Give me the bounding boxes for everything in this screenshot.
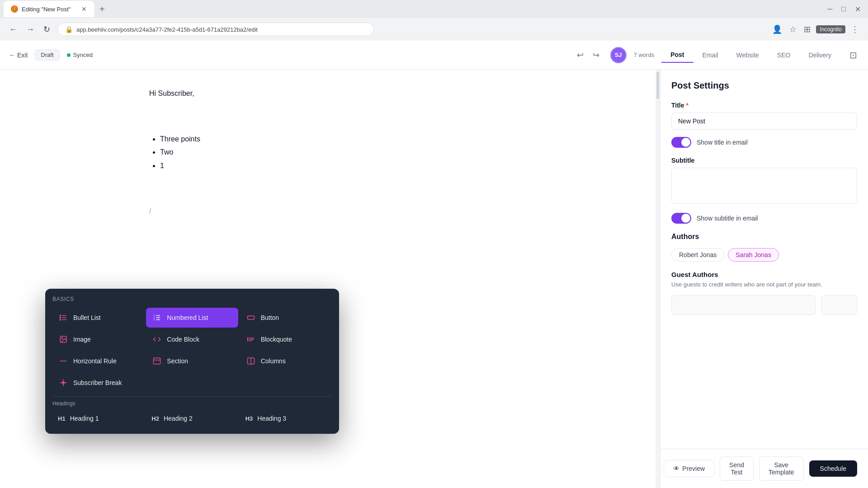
headings-grid: H1 Heading 1 H2 Heading 2 H3 Heading 3 [52,410,332,427]
bullet-list-item[interactable]: Bullet List [52,308,144,328]
exit-button[interactable]: ← Exit [9,52,28,59]
maximize-button[interactable]: □ [838,3,849,15]
redo-button[interactable]: ↪ [589,48,603,62]
code-block-icon [151,334,162,345]
horizontal-rule-item[interactable]: Horizontal Rule [52,351,144,371]
heading-1-item[interactable]: H1 Heading 1 [52,410,144,427]
preview-button[interactable]: 👁 Preview [664,460,714,477]
reload-button[interactable]: ↻ [42,23,52,36]
show-title-label: Show title in email [697,139,748,146]
numbered-list-label: Numbered List [167,314,208,321]
star-icon[interactable]: ☆ [788,23,798,36]
columns-icon [245,356,256,366]
incognito-badge[interactable]: Incognito [816,25,845,33]
guest-authors-desc: Use guests to credit writers who are not… [671,281,857,288]
tab-favicon: 🐝 [11,5,18,13]
numbered-list-item[interactable]: 123 Numbered List [146,308,238,328]
undo-button[interactable]: ↩ [573,48,587,62]
show-title-toggle[interactable] [671,137,691,148]
subtitle-input[interactable] [671,168,857,204]
url-text: app.beehiiv.com/posts/c24a3a77-2fe2-415b… [76,26,258,33]
back-button[interactable]: ← [7,23,19,36]
button-label: Button [261,314,279,321]
image-icon [58,334,69,345]
authors-section-label: Authors [671,233,857,241]
tab-seo[interactable]: SEO [768,47,800,63]
tab-post[interactable]: Post [661,47,693,63]
sidebar-icon[interactable]: ⊞ [802,23,812,36]
subscriber-break-icon [58,377,69,388]
editor-scroll[interactable]: Hi Subscriber, Three points Two 1 / Basi… [0,70,660,488]
toggle-knob [681,138,690,147]
show-subtitle-toggle[interactable] [671,213,691,224]
save-template-button[interactable]: Save Template [759,456,804,481]
synced-badge[interactable]: Synced [67,52,93,58]
authors-row: Robert Jonas Sarah Jonas [671,248,857,262]
show-title-toggle-row: Show title in email [671,137,857,148]
tab-title: Editing "New Post" [22,6,71,13]
tab-website[interactable]: Website [727,47,768,63]
app-nav: ← Exit Draft Synced ↩ ↪ SJ 7 words Post … [0,41,868,70]
tab-email[interactable]: Email [693,47,727,63]
editor-area: Hi Subscriber, Three points Two 1 / Basi… [0,70,660,488]
expand-button[interactable]: ⊡ [848,48,859,62]
blockquote-icon [245,334,256,345]
subscriber-break-item[interactable]: Subscriber Break [52,373,144,393]
show-subtitle-toggle-row: Show subtitle in email [671,213,857,224]
heading-2-label: Heading 2 [164,415,193,422]
editor-list: Three points Two 1 [149,133,511,172]
author-chip-robert[interactable]: Robert Jonas [671,248,724,262]
title-input[interactable] [671,113,857,130]
title-field-label: Title * [671,102,857,109]
active-tab[interactable]: 🐝 Editing "New Post" ✕ [4,1,94,17]
tab-close-button[interactable]: ✕ [81,5,87,13]
schedule-button[interactable]: Schedule [809,460,857,477]
svg-rect-20 [154,358,160,364]
numbered-list-icon: 123 [151,312,162,323]
bullet-list-label: Bullet List [73,314,101,321]
blockquote-label: Blockquote [261,336,292,343]
browser-actions: 👤 ☆ ⊞ Incognito ⋮ [770,23,861,36]
svg-point-5 [60,319,61,320]
exit-label: Exit [17,52,28,59]
heading-2-item[interactable]: H2 Heading 2 [146,410,238,427]
svg-point-4 [60,317,61,318]
guest-authors-title: Guest Authors [671,271,857,278]
code-block-item[interactable]: Code Block [146,329,238,349]
forward-button[interactable]: → [24,23,36,36]
profile-icon[interactable]: 👤 [770,23,784,36]
headings-section-label: Headings [52,400,332,407]
section-item[interactable]: Section [146,351,238,371]
menu-icon[interactable]: ⋮ [849,23,861,36]
send-test-button[interactable]: Send Test [720,456,754,481]
heading-1-label: Heading 1 [70,415,99,422]
editor-greeting[interactable]: Hi Subscriber, [149,88,511,99]
subscriber-break-label: Subscriber Break [73,379,122,386]
button-item[interactable]: Button [240,308,332,328]
minimize-button[interactable]: ─ [824,3,836,15]
blockquote-item[interactable]: Blockquote [240,329,332,349]
tab-delivery[interactable]: Delivery [799,47,840,63]
avatar[interactable]: SJ [610,47,627,63]
synced-dot [67,53,71,57]
list-item-3[interactable]: 1 [160,160,511,172]
show-subtitle-toggle-knob [681,214,690,223]
draft-badge[interactable]: Draft [35,49,59,61]
h1-badge: H1 [58,415,66,422]
list-item-1[interactable]: Three points [160,133,511,145]
heading-3-item[interactable]: H3 Heading 3 [240,410,332,427]
columns-item[interactable]: Columns [240,351,332,371]
author-chip-sarah[interactable]: Sarah Jonas [728,248,779,262]
svg-point-3 [60,315,61,316]
editor-slash-command[interactable]: / [149,206,511,217]
svg-point-14 [61,338,62,338]
close-window-button[interactable]: ✕ [851,3,864,15]
list-item-2[interactable]: Two [160,146,511,158]
new-tab-button[interactable]: + [96,4,108,14]
horizontal-rule-label: Horizontal Rule [73,357,117,365]
scroll-thumb[interactable] [656,72,659,99]
columns-label: Columns [261,357,286,365]
url-bar[interactable]: 🔒 app.beehiiv.com/posts/c24a3a77-2fe2-41… [57,23,374,36]
image-item[interactable]: Image [52,329,144,349]
horizontal-rule-icon [58,356,69,366]
